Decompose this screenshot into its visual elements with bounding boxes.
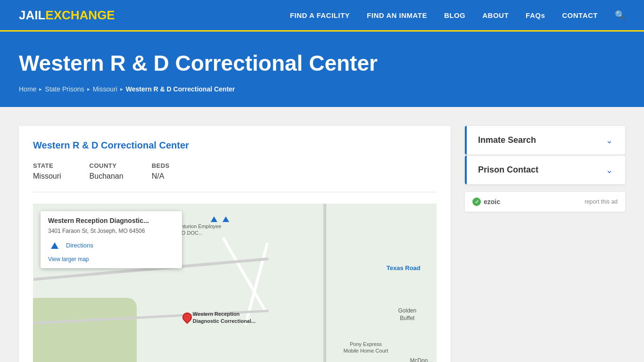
breadcrumb-sep-3: ▸ bbox=[120, 86, 123, 92]
map-park-area bbox=[33, 298, 137, 362]
nav-contact[interactable]: CONTACT bbox=[562, 11, 598, 19]
main-panel: Western R & D Correctional Center STATE … bbox=[19, 126, 451, 362]
map-road-4 bbox=[323, 204, 326, 362]
map-label-texas-road: Texas Road bbox=[387, 264, 421, 272]
map-label-pony: Pony Express Mobile Home Court bbox=[344, 341, 388, 354]
breadcrumb-missouri[interactable]: Missouri bbox=[93, 85, 117, 93]
prison-contact-chevron-icon: ⌄ bbox=[604, 165, 614, 175]
facility-title: Western R & D Correctional Center bbox=[33, 140, 437, 151]
state-cell: STATE Missouri bbox=[33, 162, 61, 181]
nav-find-inmate[interactable]: FIND AN INMATE bbox=[367, 11, 427, 19]
breadcrumb-state-prisons[interactable]: State Prisons bbox=[45, 85, 84, 93]
inmate-search-accordion[interactable]: Inmate Search ⌄ bbox=[465, 126, 625, 155]
state-value: Missouri bbox=[33, 172, 61, 181]
beds-cell: BEDS N/A bbox=[152, 162, 170, 181]
nav-faqs[interactable]: FAQs bbox=[526, 11, 545, 19]
site-logo[interactable]: JAILEXCHANGE bbox=[19, 8, 115, 23]
directions-link[interactable]: Directions bbox=[66, 242, 93, 249]
logo-jail: JAIL bbox=[19, 8, 45, 22]
facility-info-row: STATE Missouri COUNTY Buchanan BEDS N/A bbox=[33, 162, 437, 192]
popup-title: Western Reception Diagnostic... bbox=[48, 217, 174, 224]
arrow-icon bbox=[51, 242, 58, 249]
map-background: Texas Road Golden Buffet Pony Express Mo… bbox=[33, 204, 437, 362]
map-info-popup: Western Reception Diagnostic... 3401 Far… bbox=[41, 211, 182, 268]
map-pin-marker bbox=[181, 311, 194, 324]
report-ad-link[interactable]: report this ad bbox=[585, 198, 618, 205]
popup-actions-row: Directions bbox=[48, 239, 174, 252]
ezoic-logo: ✓ ezoic bbox=[472, 197, 500, 206]
navbar: JAILEXCHANGE FIND A FACILITY FIND AN INM… bbox=[0, 0, 644, 30]
inmate-search-title: Inmate Search bbox=[478, 135, 536, 145]
prison-contact-accordion[interactable]: Prison Contact ⌄ bbox=[465, 156, 625, 184]
content-wrapper: Western R & D Correctional Center STATE … bbox=[0, 107, 644, 362]
search-icon[interactable]: 🔍 bbox=[615, 10, 625, 20]
breadcrumb: Home ▸ State Prisons ▸ Missouri ▸ Wester… bbox=[19, 85, 625, 93]
breadcrumb-home[interactable]: Home bbox=[19, 85, 36, 93]
popup-address: 3401 Faraon St, St Joseph, MO 64506 bbox=[48, 227, 174, 235]
nav-find-facility[interactable]: FIND A FACILITY bbox=[290, 11, 350, 19]
inmate-search-chevron-icon: ⌄ bbox=[604, 136, 614, 145]
map-label-mcdonalds: McDon... bbox=[410, 357, 432, 362]
nav-about[interactable]: ABOUT bbox=[482, 11, 509, 19]
page-title: Western R & D Correctional Center bbox=[19, 50, 625, 76]
state-label: STATE bbox=[33, 162, 61, 169]
prison-contact-title: Prison Contact bbox=[478, 165, 538, 175]
ezoic-check-icon: ✓ bbox=[472, 197, 481, 206]
prison-contact-card: Prison Contact ⌄ bbox=[465, 156, 625, 184]
nav-blog[interactable]: BLOG bbox=[444, 11, 465, 19]
map-pin-label: Western Reception Diagnostic Correctiona… bbox=[193, 311, 256, 324]
sidebar: Inmate Search ⌄ Prison Contact ⌄ ✓ ezoic… bbox=[465, 126, 625, 212]
logo-exchange: EXCHANGE bbox=[45, 8, 115, 22]
breadcrumb-current: Western R & D Correctional Center bbox=[126, 85, 235, 93]
map-label-golden: Golden Buffet bbox=[398, 307, 417, 322]
breadcrumb-sep-2: ▸ bbox=[87, 86, 90, 92]
ezoic-label: ezoic bbox=[484, 198, 500, 206]
map-marker-triangle-1 bbox=[211, 216, 217, 222]
hero-section: Western R & D Correctional Center Home ▸… bbox=[0, 32, 644, 107]
view-larger-map-link[interactable]: View larger map bbox=[48, 256, 174, 263]
ezoic-ad-bar: ✓ ezoic report this ad bbox=[465, 192, 625, 212]
inmate-search-card: Inmate Search ⌄ bbox=[465, 126, 625, 155]
county-value: Buchanan bbox=[90, 172, 124, 181]
county-cell: COUNTY Buchanan bbox=[90, 162, 124, 181]
map-marker-triangle-2 bbox=[223, 216, 229, 222]
nav-links: FIND A FACILITY FIND AN INMATE BLOG ABOU… bbox=[290, 10, 625, 20]
directions-icon bbox=[48, 239, 61, 252]
county-label: COUNTY bbox=[90, 162, 124, 169]
map-container[interactable]: Texas Road Golden Buffet Pony Express Mo… bbox=[33, 204, 437, 362]
breadcrumb-sep-1: ▸ bbox=[39, 86, 42, 92]
beds-label: BEDS bbox=[152, 162, 170, 169]
beds-value: N/A bbox=[152, 172, 170, 181]
